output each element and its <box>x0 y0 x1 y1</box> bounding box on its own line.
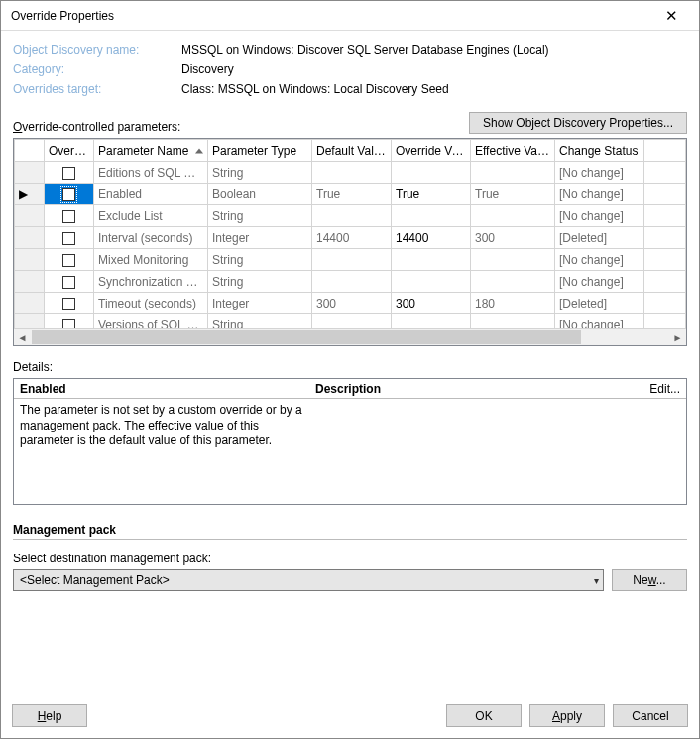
override-checkbox-cell[interactable] <box>45 293 94 314</box>
cell-override-value[interactable]: 300 <box>392 293 471 314</box>
cell-change-status: [No change] <box>555 184 644 205</box>
cell-default-value <box>312 271 392 293</box>
chevron-down-icon: ▾ <box>594 575 599 586</box>
cell-pad <box>644 271 686 293</box>
details-param-name: Enabled <box>14 382 311 396</box>
value-category: Discovery <box>181 62 687 76</box>
table-row[interactable]: Interval (seconds)Integer1440014400300[D… <box>15 227 686 249</box>
table-row[interactable]: Mixed MonitoringString[No change] <box>15 249 686 271</box>
scroll-thumb[interactable] <box>32 330 581 344</box>
cancel-button[interactable]: Cancel <box>613 704 688 727</box>
cell-default-value <box>312 205 392 227</box>
header-info: Object Discovery name: MSSQL on Windows:… <box>13 43 687 96</box>
scroll-right-icon[interactable]: ► <box>669 329 686 345</box>
cell-parameter-name: Synchronization Time <box>94 271 208 293</box>
show-properties-button[interactable]: Show Object Discovery Properties... <box>469 112 687 134</box>
cell-override-value[interactable] <box>392 205 471 227</box>
override-checkbox-cell[interactable] <box>45 227 94 249</box>
table-row[interactable]: Synchronization TimeString[No change] <box>15 271 686 293</box>
parameters-grid[interactable]: Override Parameter Name Parameter Type D… <box>13 138 687 346</box>
close-button[interactable]: ✕ <box>651 2 691 30</box>
checkbox-icon[interactable] <box>62 276 75 289</box>
details-body-text: The parameter is not set by a custom ove… <box>14 399 311 453</box>
cell-parameter-type: String <box>208 205 312 227</box>
label-overrides-target: Overrides target: <box>13 82 181 96</box>
grid-header-row: Override Parameter Name Parameter Type D… <box>15 140 686 162</box>
cell-effective-value: 180 <box>471 293 555 314</box>
col-effective-value[interactable]: Effective Value <box>471 140 555 162</box>
close-icon: ✕ <box>665 7 678 25</box>
cell-pad <box>644 293 686 314</box>
override-checkbox-cell[interactable] <box>45 205 94 227</box>
cell-change-status: [Deleted] <box>555 293 644 314</box>
cell-effective-value <box>471 314 555 330</box>
col-change-status[interactable]: Change Status <box>555 140 644 162</box>
label-discovery-name: Object Discovery name: <box>13 43 181 57</box>
management-pack-select[interactable]: <Select Management Pack> ▾ <box>13 569 604 591</box>
override-checkbox-cell[interactable] <box>45 162 94 184</box>
checkbox-icon[interactable] <box>62 188 75 201</box>
table-row[interactable]: Versions of SQL Se...String[No change] <box>15 314 686 330</box>
cell-parameter-name: Exclude List <box>94 205 208 227</box>
cell-effective-value: 300 <box>471 227 555 249</box>
checkbox-icon[interactable] <box>62 254 75 267</box>
col-override-value[interactable]: Override Value <box>392 140 471 162</box>
override-checkbox-cell[interactable] <box>45 314 94 330</box>
cell-override-value[interactable] <box>392 314 471 330</box>
checkbox-icon[interactable] <box>62 298 75 310</box>
table-row[interactable]: ▶EnabledBooleanTrueTrueTrue[No change] <box>15 184 686 205</box>
cell-parameter-name: Mixed Monitoring <box>94 249 208 271</box>
cell-change-status: [No change] <box>555 162 644 184</box>
cell-effective-value <box>471 205 555 227</box>
horizontal-scrollbar[interactable]: ◄ ► <box>14 328 686 345</box>
col-default-value[interactable]: Default Value <box>312 140 392 162</box>
cell-default-value <box>312 314 392 330</box>
cell-pad <box>644 184 686 205</box>
row-marker <box>15 162 45 184</box>
col-override[interactable]: Override <box>45 140 94 162</box>
row-marker <box>15 249 45 271</box>
col-pad <box>644 140 686 162</box>
cell-override-value[interactable] <box>392 271 471 293</box>
cell-change-status: [No change] <box>555 249 644 271</box>
management-pack-header: Management pack <box>13 523 687 540</box>
override-checkbox-cell[interactable] <box>45 271 94 293</box>
override-checkbox-cell[interactable] <box>45 249 94 271</box>
cell-override-value[interactable]: True <box>392 184 471 205</box>
override-checkbox-cell[interactable] <box>45 184 94 205</box>
col-parameter-type[interactable]: Parameter Type <box>208 140 312 162</box>
cell-parameter-name: Editions of SQL Ser... <box>94 162 208 184</box>
cell-override-value[interactable] <box>392 162 471 184</box>
value-discovery-name: MSSQL on Windows: Discover SQL Server Da… <box>181 43 687 57</box>
apply-button[interactable]: Apply <box>529 704 605 727</box>
cell-effective-value: True <box>471 184 555 205</box>
checkbox-icon[interactable] <box>62 167 75 180</box>
col-parameter-name[interactable]: Parameter Name <box>94 140 208 162</box>
cell-parameter-name: Timeout (seconds) <box>94 293 208 314</box>
cell-parameter-type: Boolean <box>208 184 312 205</box>
cell-override-value[interactable]: 14400 <box>392 227 471 249</box>
cell-default-value: 14400 <box>312 227 392 249</box>
cell-parameter-type: String <box>208 314 312 330</box>
details-edit-link[interactable]: Edit... <box>649 382 686 396</box>
cell-change-status: [No change] <box>555 314 644 330</box>
details-box: Enabled Description Edit... The paramete… <box>13 378 687 505</box>
management-pack-sublabel: Select destination management pack: <box>13 552 687 565</box>
new-management-pack-button[interactable]: New... <box>612 569 687 591</box>
cell-effective-value <box>471 271 555 293</box>
row-marker: ▶ <box>15 184 45 205</box>
cell-pad <box>644 205 686 227</box>
help-button[interactable]: Help <box>12 704 87 727</box>
checkbox-icon[interactable] <box>62 232 75 245</box>
scroll-left-icon[interactable]: ◄ <box>14 329 31 345</box>
scroll-track[interactable] <box>31 329 669 345</box>
table-row[interactable]: Timeout (seconds)Integer300300180[Delete… <box>15 293 686 314</box>
cell-override-value[interactable] <box>392 249 471 271</box>
cell-default-value: 300 <box>312 293 392 314</box>
row-marker <box>15 314 45 330</box>
table-row[interactable]: Editions of SQL Ser...String[No change] <box>15 162 686 184</box>
table-row[interactable]: Exclude ListString[No change] <box>15 205 686 227</box>
cell-parameter-name: Versions of SQL Se... <box>94 314 208 330</box>
checkbox-icon[interactable] <box>62 210 75 223</box>
ok-button[interactable]: OK <box>446 704 522 727</box>
